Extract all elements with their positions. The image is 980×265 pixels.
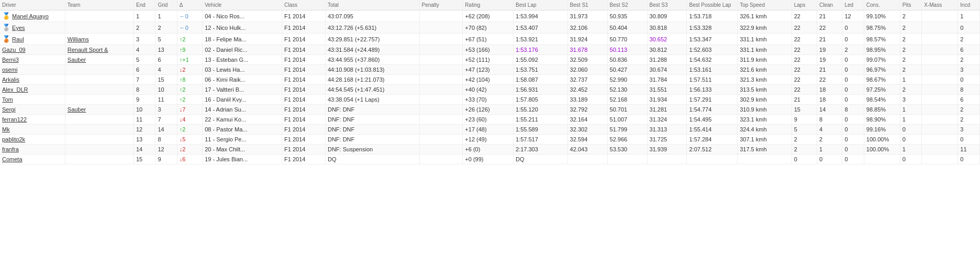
cell-class: F1 2014 xyxy=(282,22,326,34)
cell-xmass xyxy=(922,135,958,145)
driver-name[interactable]: Mk xyxy=(2,126,10,132)
driver-name[interactable]: pablito2k xyxy=(2,136,25,142)
cell-delta: ↑2 xyxy=(177,34,202,45)
cell-vehicle: 08 - Pastor Ma... xyxy=(203,125,282,135)
cell-class: F1 2014 xyxy=(282,75,326,85)
driver-name[interactable]: Tom xyxy=(2,96,13,103)
cell-class: F1 2014 xyxy=(282,135,326,145)
cell-rating: +33 (70) xyxy=(463,95,514,105)
cell-penalty xyxy=(419,45,463,55)
cell-cons: 98.57% xyxy=(864,34,900,45)
cell-laps: 15 xyxy=(792,105,817,115)
cell-bestposs: 2:07.512 xyxy=(687,145,738,154)
cell-bestposs: 1:55.414 xyxy=(687,125,738,135)
cell-clean: 19 xyxy=(817,45,842,55)
cell-team xyxy=(65,145,133,154)
cell-bests1: 32.452 xyxy=(567,85,607,95)
team-name[interactable]: Sauber xyxy=(68,106,86,113)
cell-driver: pablito2k xyxy=(0,135,65,145)
driver-name[interactable]: Sergi xyxy=(2,106,16,113)
cell-total: 44:28.168 (+1:21.073) xyxy=(325,75,419,85)
cell-team xyxy=(65,154,133,164)
cell-penalty xyxy=(419,34,463,45)
cell-grid: 2 xyxy=(155,22,177,34)
cell-bestposs: 1:53.718 xyxy=(687,10,738,22)
cell-bestlap: 1:53.921 xyxy=(514,34,568,45)
cell-bests3: 31.934 xyxy=(647,95,687,105)
team-name[interactable]: Williams xyxy=(68,36,89,42)
table-body: 🥇 Manel Aguayo 1 1 ←0 04 - Nico Ros... F… xyxy=(0,10,980,164)
cell-bests2: 52.130 xyxy=(607,85,647,95)
cell-incd: 2 xyxy=(958,55,980,65)
cell-bestposs xyxy=(687,154,738,164)
cell-topspeed: 323.1 kmh xyxy=(738,115,792,125)
cell-topspeed: 307.1 kmh xyxy=(738,135,792,145)
cell-bests3: 31.939 xyxy=(647,145,687,154)
cell-bests2: 50.113 xyxy=(607,45,647,55)
cell-pits: 2 xyxy=(900,65,921,75)
driver-name[interactable]: Gazu_09 xyxy=(2,47,26,53)
cell-total: DNF: Suspension xyxy=(325,145,419,154)
cell-xmass xyxy=(922,115,958,125)
cell-topspeed: 317.5 kmh xyxy=(738,145,792,154)
driver-name[interactable]: ferran122 xyxy=(2,116,27,123)
col-header-grid: Grid xyxy=(155,0,177,10)
driver-name[interactable]: franfra xyxy=(2,146,19,152)
cell-grid: 11 xyxy=(155,95,177,105)
cell-bests1: 32.164 xyxy=(567,115,607,125)
cell-driver: ferran122 xyxy=(0,115,65,125)
driver-name[interactable]: Manel Aguayo xyxy=(12,13,49,19)
cell-cons: 98.75% xyxy=(864,22,900,34)
driver-name[interactable]: Berni3 xyxy=(2,57,19,63)
cell-bestposs: 1:53.347 xyxy=(687,34,738,45)
cell-penalty xyxy=(419,55,463,65)
cell-end: 14 xyxy=(134,145,155,154)
cell-team xyxy=(65,135,133,145)
cell-cons: 99.10% xyxy=(864,10,900,22)
driver-name[interactable]: Cometa xyxy=(2,156,23,162)
cell-driver: Gazu_09 xyxy=(0,45,65,55)
cell-incd: 2 xyxy=(958,115,980,125)
cell-bests2 xyxy=(607,154,647,164)
team-name[interactable]: Sauber xyxy=(68,57,86,63)
cell-incd: 6 xyxy=(958,95,980,105)
cell-vehicle: 17 - Valtteri B... xyxy=(203,85,282,95)
driver-name[interactable]: Eyes xyxy=(12,25,25,31)
cell-led: 0 xyxy=(842,34,864,45)
cell-led: 12 xyxy=(842,10,864,22)
cell-bestposs: 1:54.774 xyxy=(687,105,738,115)
driver-name[interactable]: Alex_DLR xyxy=(2,86,28,93)
cell-incd: 2 xyxy=(958,34,980,45)
cell-team: Renault Sport & xyxy=(65,45,133,55)
driver-name[interactable]: Raul xyxy=(12,36,24,42)
cell-class: F1 2014 xyxy=(282,10,326,22)
cell-class: F1 2014 xyxy=(282,154,326,164)
cell-end: 7 xyxy=(134,75,155,85)
cell-cons: 98.54% xyxy=(864,95,900,105)
cell-driver: 🥇 Manel Aguayo xyxy=(0,10,65,22)
cell-bests2: 50.836 xyxy=(607,55,647,65)
driver-name[interactable]: Arkalis xyxy=(2,76,19,83)
cell-bests3: 30.652 xyxy=(647,34,687,45)
delta-value: ↑9 xyxy=(180,47,186,53)
cell-led: 0 xyxy=(842,75,864,85)
cell-team xyxy=(65,75,133,85)
cell-penalty xyxy=(419,22,463,34)
cell-xmass xyxy=(922,125,958,135)
cell-clean: 19 xyxy=(817,55,842,65)
cell-rating: +67 (51) xyxy=(463,34,514,45)
cell-driver: 🥈 Eyes xyxy=(0,22,65,34)
cell-incd: 8 xyxy=(958,85,980,95)
cell-cons: 98.85% xyxy=(864,105,900,115)
driver-name[interactable]: osemi xyxy=(2,67,17,73)
table-row: Berni3 Sauber 5 6 ↑+1 13 - Esteban G... … xyxy=(0,55,980,65)
cell-team: Williams xyxy=(65,34,133,45)
cell-bestlap: 2:17.303 xyxy=(514,145,568,154)
cell-rating: +47 (123) xyxy=(463,65,514,75)
cell-led: 0 xyxy=(842,95,864,105)
cell-class: F1 2014 xyxy=(282,145,326,154)
cell-bestlap: 1:58.087 xyxy=(514,75,568,85)
team-name[interactable]: Renault Sport & xyxy=(68,47,108,53)
cell-vehicle: 11 - Sergio Pe... xyxy=(203,135,282,145)
cell-delta: ←0 xyxy=(177,22,202,34)
